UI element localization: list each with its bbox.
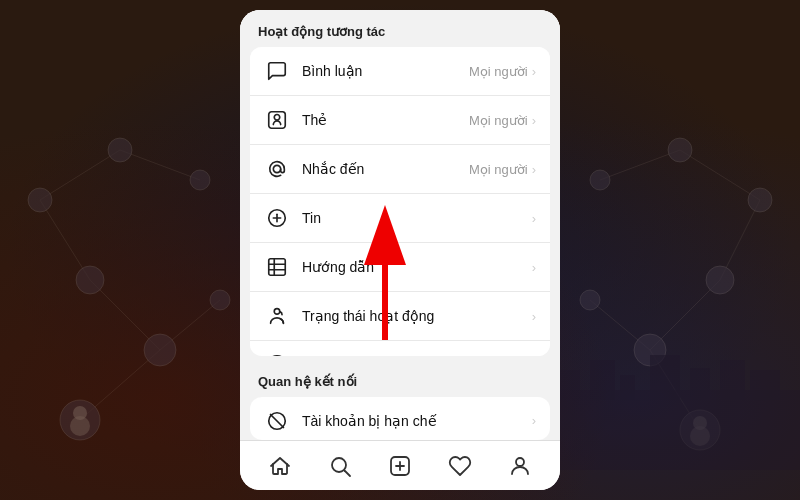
comment-label: Bình luận (302, 63, 469, 79)
svg-point-27 (668, 138, 692, 162)
comment-value: Mọi người (469, 64, 528, 79)
nav-heart[interactable] (430, 441, 490, 490)
svg-line-9 (120, 150, 200, 180)
menu-item-mention[interactable]: Nhắc đến Mọi người › (250, 145, 550, 194)
svg-rect-30 (550, 390, 800, 470)
svg-point-56 (516, 458, 524, 466)
menu-item-guide[interactable]: Hướng dẫn › (250, 243, 550, 292)
section1-header: Hoạt động tương tác (240, 10, 560, 47)
section2-header: Quan hệ kết nối (240, 360, 560, 397)
svg-point-39 (274, 115, 280, 121)
comment-chevron: › (532, 64, 536, 79)
svg-point-15 (144, 334, 176, 366)
menu-list-2: Tài khoản bị hạn chế › (250, 397, 550, 440)
svg-rect-31 (560, 370, 580, 400)
restricted-chevron: › (532, 413, 536, 428)
svg-line-52 (345, 470, 351, 476)
menu-item-story[interactable]: Tin › (250, 194, 550, 243)
svg-rect-32 (590, 360, 615, 400)
svg-line-8 (40, 150, 120, 200)
activity-icon (264, 303, 290, 329)
nav-home[interactable] (250, 441, 310, 490)
menu-list-1: Bình luận Mọi người › Thẻ Mọi người › (250, 47, 550, 356)
mention-chevron: › (532, 162, 536, 177)
svg-point-29 (580, 290, 600, 310)
profile-icon (508, 454, 532, 478)
svg-rect-36 (720, 360, 745, 400)
add-icon (388, 454, 412, 478)
nav-profile[interactable] (490, 441, 550, 490)
svg-point-18 (108, 138, 132, 162)
activity-label: Trạng thái hoạt động (302, 308, 528, 324)
nav-add[interactable] (370, 441, 430, 490)
svg-rect-37 (750, 370, 780, 400)
svg-point-16 (76, 266, 104, 294)
guide-chevron: › (532, 260, 536, 275)
mention-value: Mọi người (469, 162, 528, 177)
comment-icon (264, 58, 290, 84)
svg-line-11 (600, 150, 680, 180)
menu-container: Hoạt động tương tác Bình luận Mọi người … (240, 10, 560, 440)
story-chevron: › (532, 211, 536, 226)
svg-rect-33 (620, 375, 635, 400)
tag-chevron: › (532, 113, 536, 128)
menu-item-comment[interactable]: Bình luận Mọi người › (250, 47, 550, 96)
search-icon (328, 454, 352, 478)
svg-point-48 (274, 309, 280, 315)
menu-item-restricted[interactable]: Tài khoản bị hạn chế › (250, 397, 550, 440)
menu-item-message[interactable]: Tin nhắn › (250, 341, 550, 356)
mention-label: Nhắc đến (302, 161, 469, 177)
svg-rect-44 (269, 259, 286, 276)
plus-circle-icon (264, 205, 290, 231)
bottom-nav (240, 440, 560, 490)
heart-icon (448, 454, 472, 478)
svg-line-50 (270, 414, 283, 427)
restricted-label: Tài khoản bị hạn chế (302, 413, 532, 429)
svg-point-19 (190, 170, 210, 190)
tag-icon (264, 107, 290, 133)
menu-item-activity[interactable]: Trạng thái hoạt động › (250, 292, 550, 341)
svg-point-20 (210, 290, 230, 310)
svg-point-28 (590, 170, 610, 190)
svg-point-25 (706, 266, 734, 294)
svg-point-17 (28, 188, 52, 212)
tag-label: Thẻ (302, 112, 469, 128)
messenger-icon (264, 352, 290, 356)
svg-point-40 (273, 165, 280, 172)
menu-item-tag[interactable]: Thẻ Mọi người › (250, 96, 550, 145)
nav-search[interactable] (310, 441, 370, 490)
story-label: Tin (302, 210, 528, 226)
svg-line-10 (680, 150, 760, 200)
book-icon (264, 254, 290, 280)
svg-rect-35 (690, 368, 710, 400)
home-icon (268, 454, 292, 478)
svg-point-14 (70, 416, 90, 436)
restricted-icon (264, 408, 290, 434)
at-icon (264, 156, 290, 182)
phone-frame: Hoạt động tương tác Bình luận Mọi người … (240, 10, 560, 490)
svg-point-26 (748, 188, 772, 212)
svg-rect-34 (650, 355, 680, 400)
tag-value: Mọi người (469, 113, 528, 128)
activity-chevron: › (532, 309, 536, 324)
guide-label: Hướng dẫn (302, 259, 528, 275)
